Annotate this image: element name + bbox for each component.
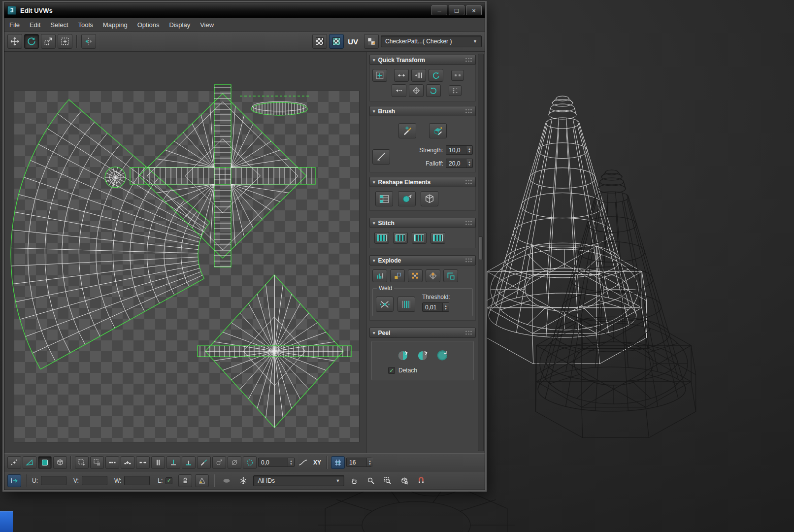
explode-to-faces-button[interactable] bbox=[443, 269, 458, 282]
weld-all-button[interactable] bbox=[397, 297, 415, 312]
flatten-mapping-button[interactable] bbox=[408, 269, 423, 282]
v-field[interactable] bbox=[82, 476, 107, 485]
straighten-selection-button[interactable] bbox=[375, 191, 393, 206]
rollout-header-peel[interactable]: ▾ Peel bbox=[369, 328, 476, 338]
relax-element-button[interactable] bbox=[421, 191, 438, 206]
strength-value[interactable]: 10,0 bbox=[446, 146, 466, 154]
move-tool-button[interactable] bbox=[7, 34, 22, 49]
polygon-mode-button[interactable] bbox=[38, 456, 52, 469]
stitch-custom-button[interactable] bbox=[374, 232, 389, 244]
select-by-poly-button[interactable] bbox=[212, 456, 226, 469]
filter-selected-faces-button[interactable] bbox=[195, 474, 209, 487]
falloff-space-label[interactable]: XY bbox=[313, 459, 321, 466]
freeform-mode-button[interactable] bbox=[58, 34, 72, 49]
select-element-button[interactable] bbox=[75, 456, 89, 469]
lock-aspect-checkbox[interactable]: ✓ bbox=[165, 477, 172, 484]
zoom-button[interactable] bbox=[364, 474, 378, 487]
close-button[interactable]: × bbox=[466, 5, 482, 15]
spinner-arrows-icon[interactable]: ▲▼ bbox=[466, 159, 472, 167]
move-snap-button[interactable] bbox=[392, 84, 406, 97]
align-horizontal-button[interactable] bbox=[394, 69, 409, 82]
texture-dropdown[interactable]: CheckerPatt...( Checker ) ▼ bbox=[381, 35, 482, 47]
grid-size-spinner[interactable]: 16 ▲▼ bbox=[346, 458, 372, 467]
align-pivot-button[interactable] bbox=[372, 69, 387, 82]
grip-dots-icon[interactable] bbox=[465, 220, 472, 226]
maximize-button[interactable]: □ bbox=[449, 5, 464, 15]
weld-selected-button[interactable] bbox=[376, 297, 394, 312]
scale-tool-button[interactable] bbox=[41, 34, 56, 49]
vertex-mode-button[interactable] bbox=[7, 456, 21, 469]
rollout-header-explode[interactable]: ▾ Explode bbox=[369, 255, 476, 266]
show-map-button[interactable] bbox=[329, 34, 344, 49]
spinner-arrows-icon[interactable]: ▲▼ bbox=[288, 458, 294, 466]
grip-dots-icon[interactable] bbox=[465, 179, 472, 185]
relax-until-flat-button[interactable] bbox=[398, 191, 416, 206]
menu-options[interactable]: Options bbox=[137, 21, 160, 29]
space-vertical-button[interactable] bbox=[449, 85, 462, 96]
menu-mapping[interactable]: Mapping bbox=[103, 21, 128, 29]
grip-dots-icon[interactable] bbox=[465, 258, 472, 263]
align-to-edge-horizontal-button[interactable] bbox=[182, 456, 196, 469]
element-mode-button[interactable] bbox=[53, 456, 67, 469]
menu-display[interactable]: Display bbox=[169, 21, 191, 29]
minimize-button[interactable]: – bbox=[431, 5, 447, 15]
spinner-arrows-icon[interactable]: ▲▼ bbox=[466, 146, 472, 154]
zoom-region-button[interactable] bbox=[381, 474, 395, 487]
parallel-edges-button[interactable] bbox=[151, 456, 165, 469]
titlebar[interactable]: 3 Edit UVWs – □ × bbox=[4, 3, 485, 18]
uv-wireframes[interactable] bbox=[4, 52, 366, 453]
texture-options-button[interactable] bbox=[364, 34, 379, 49]
pan-button[interactable] bbox=[347, 474, 361, 487]
rollout-header-quick-transform[interactable]: ▾ Quick Transform bbox=[369, 55, 476, 65]
align-vertical-button[interactable] bbox=[411, 69, 426, 82]
falloff-spinner[interactable]: 20,0 ▲▼ bbox=[446, 159, 473, 168]
threshold-spinner[interactable]: 0,01 ▲▼ bbox=[422, 302, 449, 312]
menu-select[interactable]: Select bbox=[50, 21, 68, 29]
rotate-cw-button[interactable] bbox=[426, 84, 441, 97]
falloff-curve-button[interactable] bbox=[296, 456, 310, 469]
paint-move-brush-button[interactable] bbox=[398, 123, 416, 138]
all-ids-dropdown[interactable]: All IDs ▼ bbox=[253, 475, 344, 486]
space-horizontal-button[interactable] bbox=[451, 70, 464, 81]
stitch-to-average-button[interactable] bbox=[430, 232, 445, 244]
snap-grid-button[interactable] bbox=[331, 456, 345, 469]
rotate-tool-button[interactable] bbox=[24, 34, 39, 49]
detach-checkbox[interactable]: ✓ bbox=[388, 367, 395, 374]
threshold-value[interactable]: 0,01 bbox=[423, 303, 442, 311]
soft-selection-value[interactable]: 0,0 bbox=[259, 458, 288, 466]
lock-selection-button[interactable] bbox=[178, 474, 192, 487]
taskbar-corner[interactable] bbox=[0, 511, 13, 532]
zoom-extents-button[interactable] bbox=[397, 474, 411, 487]
uv-editor-canvas[interactable] bbox=[4, 52, 366, 453]
edge-ring-minus-button[interactable] bbox=[136, 456, 150, 469]
relax-brush-button[interactable] bbox=[429, 123, 447, 138]
menu-file[interactable]: File bbox=[9, 21, 20, 29]
freeze-selected-button[interactable] bbox=[236, 474, 250, 487]
stitch-to-target-button[interactable] bbox=[393, 232, 408, 244]
edge-mode-button[interactable] bbox=[23, 456, 36, 469]
quick-peel-button[interactable] bbox=[397, 349, 409, 362]
spinner-arrows-icon[interactable]: ▲▼ bbox=[366, 458, 373, 466]
ignore-backfacing-button[interactable] bbox=[228, 456, 241, 469]
menu-view[interactable]: View bbox=[200, 21, 214, 29]
rotate-ccw-button[interactable] bbox=[429, 69, 443, 82]
menu-edit[interactable]: Edit bbox=[30, 21, 40, 29]
falloff-value[interactable]: 20,0 bbox=[446, 159, 466, 167]
peel-reset-button[interactable] bbox=[436, 349, 449, 362]
mirror-tool-button[interactable] bbox=[81, 34, 96, 49]
peel-mode-button[interactable] bbox=[416, 349, 429, 362]
panel-scrollbar[interactable] bbox=[478, 54, 484, 451]
w-field[interactable] bbox=[124, 476, 150, 485]
paint-select-button[interactable] bbox=[197, 456, 211, 469]
edge-ring-plus-button[interactable] bbox=[121, 456, 134, 469]
grip-dots-icon[interactable] bbox=[465, 330, 472, 335]
menu-tools[interactable]: Tools bbox=[78, 21, 93, 29]
rollout-header-stitch[interactable]: ▾ Stitch bbox=[369, 218, 476, 228]
rollout-header-brush[interactable]: ▾ Brush bbox=[369, 106, 476, 116]
pack-elements-button[interactable] bbox=[409, 84, 424, 97]
stitch-to-source-button[interactable] bbox=[412, 232, 427, 244]
show-grid-button[interactable] bbox=[312, 34, 327, 49]
soft-selection-spinner[interactable]: 0,0 ▲▼ bbox=[258, 458, 295, 467]
absolute-offset-toggle[interactable] bbox=[7, 474, 21, 487]
brush-falloff-button[interactable] bbox=[372, 149, 390, 165]
